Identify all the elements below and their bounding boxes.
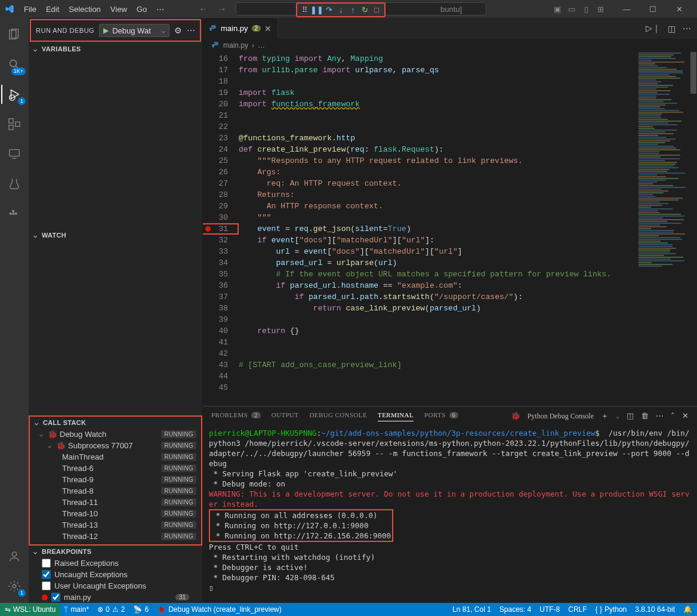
nav-back-icon[interactable]: ← [199,4,207,14]
settings-icon[interactable]: 1 [1,575,27,597]
restart-icon[interactable]: ↻ [360,6,369,14]
window-minimize-icon[interactable]: — [613,0,640,18]
launch-config-select[interactable]: ▶ Debug Wat ⌵ [99,24,169,37]
breakpoints-section-header[interactable]: ⌵BREAKPOINTS [29,546,202,558]
status-encoding[interactable]: UTF-8 [539,605,560,614]
callstack-thread[interactable]: Thread-10RUNNING [30,508,201,519]
callstack-thread[interactable]: Thread-6RUNNING [30,463,201,474]
status-ports[interactable]: 📡 6 [133,605,149,614]
status-branch[interactable]: ᛘ main* [64,605,89,614]
launch-config-name: Debug Wat [112,26,158,35]
stop-icon[interactable]: □ [372,6,381,14]
tab-problems[interactable]: PROBLEMS2 [211,411,261,421]
menu-go[interactable]: Go [132,2,152,16]
nav-forward-icon[interactable]: → [218,4,226,14]
menu-view[interactable]: View [106,2,132,16]
search-icon[interactable]: 1K+ [1,54,27,75]
status-debug[interactable]: 🐞 Debug Watch (create_link_preview) [157,605,282,614]
python-file-icon [211,41,220,50]
panel: PROBLEMS2 OUTPUT DEBUG CONSOLE TERMINAL … [203,406,697,603]
tab-main-py[interactable]: main.py 2 ✕ [203,18,278,39]
split-editor-icon[interactable]: ◫ [668,24,676,33]
docker-icon[interactable] [1,203,27,224]
menu-more-icon[interactable]: ⋯ [152,5,169,14]
more-icon[interactable]: ⋯ [187,26,195,35]
editor-group: main.py 2 ✕ ▷｜ ◫ ⋯ main.py › … 161718192… [203,18,697,603]
callstack-thread[interactable]: Thread-9RUNNING [30,474,201,485]
breakpoint-file[interactable]: main.py31 [29,592,202,603]
run-file-icon[interactable]: ▷｜ [646,23,661,34]
drag-handle-icon[interactable]: ⠿ [301,6,309,14]
breakpoint-uncaught[interactable]: Uncaught Exceptions [29,569,202,580]
status-problems[interactable]: ⊗ 0 ⚠ 2 [97,605,125,614]
status-remote[interactable]: ⇋ WSL: Ubuntu [0,603,60,616]
layout-left-icon[interactable]: ▣ [553,4,562,14]
callstack-session[interactable]: ⌵🐞Debug WatchRUNNING [30,429,201,440]
step-over-icon[interactable]: ↷ [325,6,333,14]
tab-debug-console[interactable]: DEBUG CONSOLE [309,411,367,421]
svg-rect-6 [9,119,13,123]
window-close-icon[interactable]: ✕ [666,0,692,18]
editor-more-icon[interactable]: ⋯ [683,24,691,33]
kill-terminal-icon[interactable]: 🗑 [641,411,649,421]
testing-icon[interactable] [1,173,27,195]
code-editor[interactable]: 1617181920212223242526272829303132333435… [203,52,697,406]
callstack-highlight: ⌵CALL STACK ⌵🐞Debug WatchRUNNING ⌵🐞Subpr… [29,415,202,546]
callstack-thread[interactable]: Thread-8RUNNING [30,485,201,497]
breakpoint-raised[interactable]: Raised Exceptions [29,558,202,569]
menu-selection[interactable]: Selection [64,2,105,16]
svg-rect-13 [15,212,17,215]
callstack-thread[interactable]: Thread-11RUNNING [30,497,201,508]
svg-rect-14 [12,210,14,212]
tab-close-icon[interactable]: ✕ [264,24,272,33]
layout-right-icon[interactable]: ▯ [581,4,591,14]
step-out-icon[interactable]: ↑ [348,6,357,14]
layout-bottom-icon[interactable]: ▭ [567,4,576,14]
terminal-profile-icon[interactable]: 🐞 [511,411,520,421]
status-position[interactable]: Ln 81, Col 1 [452,605,491,614]
vscode-logo-icon [5,4,14,14]
gear-icon[interactable]: ⚙ [174,26,182,35]
svg-rect-12 [12,212,14,215]
command-center[interactable]: ⠿ ❚❚ ↷ ↓ ↑ ↻ □ buntu] [236,2,486,16]
status-python-version[interactable]: 3.8.10 64-bit [635,605,675,614]
callstack-section-header[interactable]: ⌵CALL STACK [30,417,201,429]
callstack-thread[interactable]: Thread-12RUNNING [30,531,201,542]
window-maximize-icon[interactable]: ☐ [640,0,666,18]
callstack-subprocess[interactable]: ⌵🐞Subprocess 77007RUNNING [30,440,201,451]
status-language[interactable]: { } Python [596,605,627,614]
step-into-icon[interactable]: ↓ [337,6,345,14]
explorer-icon[interactable] [1,24,27,45]
breadcrumb[interactable]: main.py › … [203,39,697,52]
minimap[interactable] [636,52,690,406]
accounts-icon[interactable] [1,546,27,567]
menu-edit[interactable]: Edit [41,2,64,16]
terminal-body[interactable]: pierrick@LAPTOP-HKU5PNNG:~/git/add-ons-s… [203,426,697,603]
layout-customize-icon[interactable]: ⊞ [596,4,605,14]
extensions-icon[interactable] [1,113,27,135]
maximize-panel-icon[interactable]: ˄ [671,411,675,421]
tab-output[interactable]: OUTPUT [272,411,299,421]
svg-rect-7 [9,125,13,130]
callstack-thread[interactable]: MainThreadRUNNING [30,451,201,463]
pause-icon[interactable]: ❚❚ [313,6,321,14]
split-terminal-icon[interactable]: ◫ [627,411,634,421]
variables-section-header[interactable]: ⌵VARIABLES [29,43,202,55]
breakpoint-user-uncaught[interactable]: User Uncaught Exceptions [29,580,202,592]
remote-explorer-icon[interactable] [1,143,27,165]
watch-section-header[interactable]: ⌵WATCH [29,229,202,241]
command-center-text: buntu] [440,5,462,14]
run-debug-icon[interactable]: 1 [1,84,27,105]
status-eol[interactable]: CRLF [568,605,587,614]
callstack-thread[interactable]: Thread-13RUNNING [30,519,201,531]
panel-more-icon[interactable]: ⋯ [656,411,664,421]
status-spaces[interactable]: Spaces: 4 [499,605,531,614]
new-terminal-icon[interactable]: ＋ [601,411,609,421]
status-notifications-icon[interactable]: 🔔 [683,605,692,614]
tab-terminal[interactable]: TERMINAL [378,411,414,421]
menu-file[interactable]: File [19,2,41,16]
debug-toolbar: ⠿ ❚❚ ↷ ↓ ↑ ↻ □ [296,2,385,17]
tab-ports[interactable]: PORTS6 [424,411,458,421]
close-panel-icon[interactable]: ✕ [682,411,689,421]
scrollbar[interactable] [690,52,697,406]
